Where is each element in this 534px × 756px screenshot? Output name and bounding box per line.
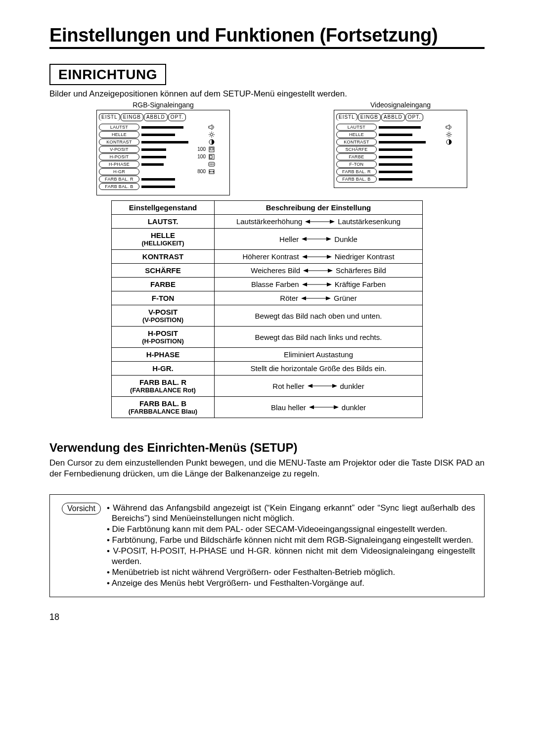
menu-row-label: H-GR bbox=[99, 168, 139, 175]
svg-marker-23 bbox=[446, 125, 449, 130]
menu-tab: ABBLD bbox=[144, 113, 168, 121]
menu-row: HELLE bbox=[99, 131, 227, 138]
arrow-right-label: Schärferes Bild bbox=[336, 266, 386, 275]
bar-indicator bbox=[379, 141, 426, 143]
rgb-menu-column: RGB-Signaleingang EISTLEINGBABBLDOPT.LAU… bbox=[89, 101, 237, 195]
intro-text: Bilder und Anzeigepositionen können auf … bbox=[49, 89, 485, 99]
menu-tab: ABBLD bbox=[381, 113, 405, 121]
svg-line-30 bbox=[450, 136, 451, 137]
table-row: FARB BAL. R(FARBBALANCE Rot) Rot heller … bbox=[112, 376, 423, 397]
svg-marker-56 bbox=[309, 405, 314, 409]
hsize-icon bbox=[207, 168, 217, 174]
menu-row-label: H-POSIT bbox=[99, 153, 139, 160]
svg-line-8 bbox=[210, 136, 210, 137]
table-desc-cell: Höherer Kontrast Niedriger Kontrast bbox=[215, 250, 423, 264]
halfmoon-icon bbox=[207, 139, 217, 144]
caution-item: • Anzeige des Menüs hebt Vergrößern- und… bbox=[107, 578, 475, 589]
bar-indicator bbox=[141, 156, 166, 158]
svg-marker-45 bbox=[328, 269, 333, 273]
caution-item: • Die Farbtönung kann mit dem PAL- oder … bbox=[107, 524, 475, 535]
table-row: LAUTST. Lautstärkeerhöhung Lautstärkesen… bbox=[112, 215, 423, 229]
table-desc-cell: Stellt die horizontale Größe des Bilds e… bbox=[215, 362, 423, 376]
table-item-cell: KONTRAST bbox=[112, 250, 215, 264]
table-item-cell: F-TON bbox=[112, 291, 215, 305]
menu-row: FARB BAL. B bbox=[99, 183, 227, 190]
rgb-caption: RGB-Signaleingang bbox=[89, 101, 237, 109]
menu-tab: EINGB bbox=[358, 113, 381, 121]
menu-row-label: HELLE bbox=[336, 131, 377, 138]
sub-heading: Verwendung des Einrichten-Menüs (SETUP) bbox=[49, 441, 485, 455]
svg-marker-38 bbox=[302, 237, 307, 241]
arrow-right-label: dunkler bbox=[340, 382, 364, 390]
menu-row: F-TON bbox=[336, 160, 465, 168]
svg-marker-51 bbox=[326, 296, 331, 300]
table-desc-cell: Blau heller dunkler bbox=[215, 397, 423, 418]
svg-marker-44 bbox=[303, 269, 308, 273]
menu-row-value: 800 bbox=[191, 169, 207, 174]
table-desc-cell: Heller Dunkle bbox=[215, 229, 423, 250]
menu-row-label: FARB BAL. B bbox=[336, 176, 377, 183]
menu-row-label: KONTRAST bbox=[99, 139, 139, 145]
svg-rect-14 bbox=[210, 155, 212, 158]
body-text: Den Cursor zu dem einzustellenden Punkt … bbox=[49, 458, 485, 479]
table-row: HELLE(HELLIGKEIT) Heller Dunkle bbox=[112, 229, 423, 250]
menu-row: LAUTST bbox=[99, 123, 227, 131]
svg-line-7 bbox=[213, 136, 214, 137]
menu-row-label: F-TON bbox=[336, 161, 377, 168]
arrow-left-label: Heller bbox=[279, 235, 299, 243]
table-row: FARB BAL. B(FARBBALANCE Blau) Blau helle… bbox=[112, 397, 423, 418]
menu-row: FARB BAL. R bbox=[336, 168, 465, 175]
arrow-right-label: Dunkle bbox=[334, 235, 357, 243]
table-head-desc: Beschreibung der Einstellung bbox=[215, 201, 423, 215]
bar-indicator bbox=[141, 186, 175, 188]
menu-row: FARB BAL. B bbox=[336, 175, 465, 183]
menu-row-label: SCHÄRFE bbox=[336, 146, 377, 153]
svg-marker-42 bbox=[327, 255, 332, 259]
table-item-cell: HELLE(HELLIGKEIT) bbox=[112, 229, 215, 250]
svg-line-9 bbox=[213, 133, 214, 133]
settings-table: Einstellgegenstand Beschreibung der Eins… bbox=[111, 200, 423, 418]
svg-marker-41 bbox=[302, 255, 307, 259]
svg-line-29 bbox=[447, 133, 447, 133]
hpos-icon bbox=[207, 153, 217, 159]
svg-marker-0 bbox=[209, 125, 212, 130]
video-menu-column: Videosignaleingang EISTLEINGBABBLDOPT.LA… bbox=[326, 101, 475, 195]
arrow-left-label: Höherer Kontrast bbox=[242, 252, 299, 261]
vpos-icon bbox=[207, 146, 217, 152]
speaker-icon bbox=[207, 124, 217, 130]
menu-row: KONTRAST bbox=[336, 138, 465, 145]
table-head-item: Einstellgegenstand bbox=[112, 201, 215, 215]
arrow-right-label: Kräftige Farben bbox=[335, 280, 386, 288]
arrow-right-label: dunkler bbox=[342, 403, 366, 412]
menu-row: KONTRAST bbox=[99, 138, 227, 145]
bar-indicator bbox=[379, 163, 412, 166]
double-arrow-icon bbox=[302, 254, 332, 260]
section-heading: EINRICHTUNG bbox=[49, 64, 166, 85]
menu-row-label: FARBE bbox=[336, 153, 377, 160]
arrow-right-label: Grüner bbox=[334, 294, 357, 302]
bar-indicator bbox=[141, 148, 166, 151]
double-arrow-icon bbox=[303, 268, 333, 274]
double-arrow-icon bbox=[302, 282, 332, 287]
svg-marker-36 bbox=[330, 220, 335, 224]
bar-indicator bbox=[141, 163, 164, 166]
table-item-cell: FARB BAL. R(FARBBALANCE Rot) bbox=[112, 376, 215, 397]
table-item-cell: LAUTST. bbox=[112, 215, 215, 229]
menu-row-label: LAUTST bbox=[336, 124, 377, 131]
menu-tab: OPT. bbox=[168, 113, 186, 121]
page-number: 18 bbox=[49, 612, 485, 622]
menu-row: HELLE bbox=[336, 131, 465, 138]
menu-row: FARBE bbox=[336, 153, 465, 160]
menu-row-label: H-PHASE bbox=[99, 161, 139, 168]
table-desc-cell: Bewegt das Bild nach links und rechts. bbox=[215, 327, 423, 348]
arrow-right-label: Lautstärkesenkung bbox=[338, 217, 400, 226]
bar-indicator bbox=[379, 134, 412, 136]
table-row: KONTRAST Höherer Kontrast Niedriger Kont… bbox=[112, 250, 423, 264]
bar-indicator bbox=[379, 126, 421, 129]
menu-row: H-GR800 bbox=[99, 168, 227, 175]
menu-row-value: 100 bbox=[191, 146, 207, 152]
menu-row: FARB BAL. R bbox=[99, 175, 227, 183]
svg-marker-47 bbox=[302, 283, 307, 286]
table-row: F-TON Röter Grüner bbox=[112, 291, 423, 305]
table-item-cell: H-PHASE bbox=[112, 348, 215, 362]
